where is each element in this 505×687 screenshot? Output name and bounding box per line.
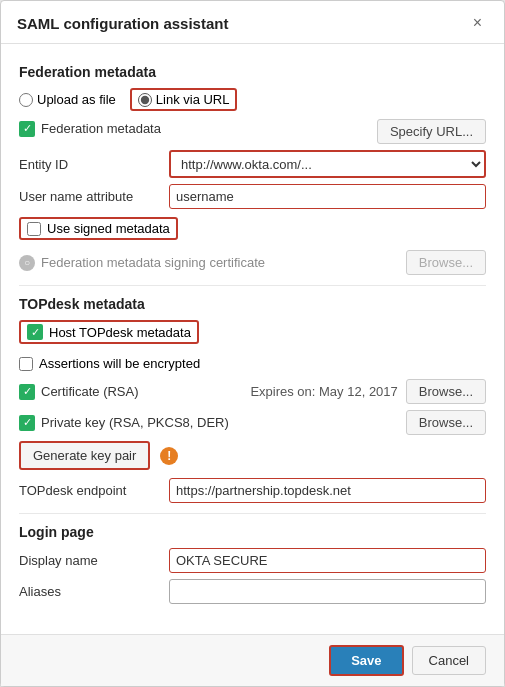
link-via-url-radio[interactable] <box>138 93 152 107</box>
generate-key-button[interactable]: Generate key pair <box>19 441 150 470</box>
assertions-checkbox[interactable] <box>19 357 33 371</box>
cert-checked-icon: ✓ <box>19 384 35 400</box>
federation-metadata-title: Federation metadata <box>19 64 486 80</box>
upload-file-radio[interactable] <box>19 93 33 107</box>
federation-metadata-row: ✓ Federation metadata Specify URL... <box>19 119 486 144</box>
aliases-label: Aliases <box>19 584 169 599</box>
endpoint-input[interactable] <box>169 478 486 503</box>
signing-cert-row: ○ Federation metadata signing certificat… <box>19 250 486 275</box>
username-label: User name attribute <box>19 189 169 204</box>
certificate-row: ✓ Certificate (RSA) Expires on: May 12, … <box>19 379 486 404</box>
dialog-header: SAML configuration assistant × <box>1 1 504 44</box>
display-name-label: Display name <box>19 553 169 568</box>
private-key-browse-button[interactable]: Browse... <box>406 410 486 435</box>
signing-cert-browse-button: Browse... <box>406 250 486 275</box>
saml-config-dialog: SAML configuration assistant × Federatio… <box>0 0 505 687</box>
disabled-cert-icon: ○ <box>19 255 35 271</box>
private-key-row: ✓ Private key (RSA, PKCS8, DER) Browse..… <box>19 410 486 435</box>
use-signed-metadata-checkbox[interactable] <box>27 222 41 236</box>
host-topdesk-label[interactable]: ✓ Host TOPdesk metadata <box>19 320 199 344</box>
close-button[interactable]: × <box>467 13 488 33</box>
aliases-row: Aliases <box>19 579 486 604</box>
topdesk-metadata-title: TOPdesk metadata <box>19 296 486 312</box>
link-via-url-option[interactable]: Link via URL <box>130 88 238 111</box>
display-name-input[interactable] <box>169 548 486 573</box>
username-input[interactable] <box>169 184 486 209</box>
private-key-checked-icon: ✓ <box>19 415 35 431</box>
cert-browse-button[interactable]: Browse... <box>406 379 486 404</box>
aliases-input[interactable] <box>169 579 486 604</box>
dialog-body: Federation metadata Upload as file Link … <box>1 44 504 634</box>
display-name-row: Display name <box>19 548 486 573</box>
dialog-footer: Save Cancel <box>1 634 504 686</box>
dialog-title: SAML configuration assistant <box>17 15 228 32</box>
username-row: User name attribute <box>19 184 486 209</box>
entity-id-row: Entity ID http://www.okta.com/... <box>19 150 486 178</box>
generate-key-row: Generate key pair ! <box>19 441 486 470</box>
cancel-button[interactable]: Cancel <box>412 646 486 675</box>
use-signed-metadata-label[interactable]: Use signed metadata <box>19 217 178 240</box>
endpoint-row: TOPdesk endpoint <box>19 478 486 503</box>
federation-source-row: Upload as file Link via URL <box>19 88 486 111</box>
entity-id-select[interactable]: http://www.okta.com/... <box>169 150 486 178</box>
warning-icon: ! <box>160 447 178 465</box>
section-divider-1 <box>19 285 486 286</box>
upload-file-option[interactable]: Upload as file <box>19 92 116 107</box>
federation-checked-icon: ✓ <box>19 121 35 137</box>
save-button[interactable]: Save <box>329 645 403 676</box>
section-divider-2 <box>19 513 486 514</box>
host-topdesk-checked-icon: ✓ <box>27 324 43 340</box>
specify-url-button[interactable]: Specify URL... <box>377 119 486 144</box>
entity-id-label: Entity ID <box>19 157 169 172</box>
assertions-row: Assertions will be encrypted <box>19 356 486 371</box>
federation-metadata-check-label[interactable]: ✓ Federation metadata <box>19 121 169 137</box>
login-page-title: Login page <box>19 524 486 540</box>
endpoint-label: TOPdesk endpoint <box>19 483 169 498</box>
